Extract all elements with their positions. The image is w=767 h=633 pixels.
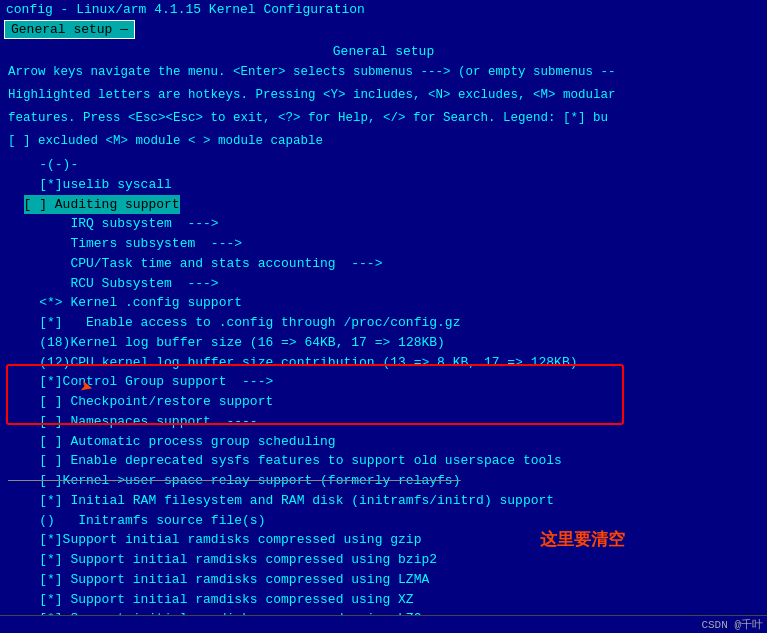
list-item[interactable]: IRQ subsystem ---> (8, 214, 759, 234)
list-item[interactable]: <*> Kernel .config support (8, 293, 759, 313)
auditing-support-label[interactable]: [ ] Auditing support (24, 195, 180, 215)
list-item[interactable]: [*] Support initial ramdisks compressed … (8, 609, 759, 615)
list-item[interactable]: (12) CPU kernel log buffer size contribu… (8, 353, 759, 373)
window-title: config - Linux/arm 4.1.15 Kernel Configu… (6, 2, 365, 17)
menu-general-setup[interactable]: General setup — (4, 20, 135, 39)
bottom-bar: CSDN @千叶 (0, 615, 767, 633)
section-title: General setup (8, 44, 759, 59)
initramfs-gzip-item[interactable]: [*] Support initial ramdisks compressed … (8, 530, 759, 550)
list-item[interactable]: [*] Support initial ramdisks compressed … (8, 550, 759, 570)
list-item[interactable]: [*] Enable access to .config through /pr… (8, 313, 759, 333)
list-item[interactable]: (18) Kernel log buffer size (16 => 64KB,… (8, 333, 759, 353)
list-item[interactable]: [*] uselib syscall (8, 175, 759, 195)
red-box-group: [*] Initial RAM filesystem and RAM disk … (8, 491, 759, 550)
source-label: CSDN @千叶 (701, 619, 763, 631)
control-group-item[interactable]: [*] Control Group support ---> (8, 372, 759, 392)
initramfs-source-item[interactable]: () Initramfs source file(s) (8, 511, 759, 531)
menu-bar[interactable]: General setup — (0, 19, 767, 40)
info-line-2: Highlighted letters are hotkeys. Pressin… (8, 86, 759, 105)
list-item[interactable]: RCU Subsystem ---> (8, 274, 759, 294)
list-item[interactable]: Timers subsystem ---> (8, 234, 759, 254)
list-item[interactable]: [ ] Namespaces support ---- (8, 412, 759, 432)
info-line-4: [ ] excluded <M> module < > module capab… (8, 132, 759, 151)
list-item[interactable]: [ ] Enable deprecated sysfs features to … (8, 451, 759, 471)
list-item: -(-)- (8, 155, 759, 175)
title-bar: config - Linux/arm 4.1.15 Kernel Configu… (0, 0, 767, 19)
list-item[interactable]: [*] Support initial ramdisks compressed … (8, 570, 759, 590)
main-content: General setup Arrow keys navigate the me… (0, 40, 767, 615)
auditing-support-item[interactable]: [ ] Auditing support (8, 195, 759, 215)
list-item[interactable]: [ ] Checkpoint/restore support (8, 392, 759, 412)
kernel-config-window: config - Linux/arm 4.1.15 Kernel Configu… (0, 0, 767, 633)
list-item[interactable]: [ ] Automatic process group scheduling (8, 432, 759, 452)
info-line-1: Arrow keys navigate the menu. <Enter> se… (8, 63, 759, 82)
list-item[interactable]: CPU/Task time and stats accounting ---> (8, 254, 759, 274)
info-line-3: features. Press <Esc><Esc> to exit, <?> … (8, 109, 759, 128)
list-item[interactable]: [*] Support initial ramdisks compressed … (8, 590, 759, 610)
initramfs-item[interactable]: [*] Initial RAM filesystem and RAM disk … (8, 491, 759, 511)
list-item[interactable]: [ ] Kernel->user space relay support (fo… (8, 471, 759, 491)
